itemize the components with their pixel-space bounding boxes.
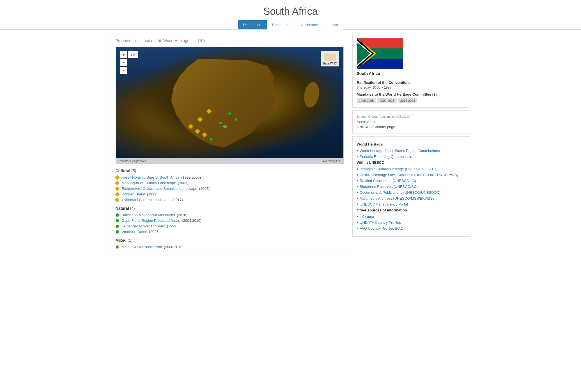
periodic-report-link[interactable]: Periodic Reporting Questionnaire — [360, 155, 414, 159]
item-link[interactable]: iSimangaliso Wetland Park — [122, 224, 165, 228]
bullet-icon: • — [357, 167, 359, 171]
right-panel: South Africa Ratification of the Convent… — [352, 34, 470, 255]
list-item: ‡Khomani Cultural Landscape (2017) — [116, 198, 344, 202]
country-page-label: UNESCO Country page — [357, 125, 395, 129]
cultural-title: Cultural (5) — [116, 169, 344, 173]
natural-category: Natural (4) Barberton Makhonjwa Mountain… — [116, 206, 344, 234]
map-container[interactable]: + 3D − ⤢ Base WHC Earthstar Geographics … — [116, 47, 344, 164]
country-name: South Africa — [357, 71, 380, 76]
tab-assistance[interactable]: Assistance — [296, 20, 324, 29]
link-item: • Ratified Convention (UNESCO/LA) — [357, 179, 466, 183]
map-marker-maloti — [223, 125, 227, 128]
list-item: Cape Floral Region Protected Areas (2004… — [116, 218, 344, 223]
item-year: (1999) — [166, 224, 178, 228]
unesdoc-link[interactable]: Documents & Publications (UNESCO/UNESDOC… — [360, 190, 440, 195]
flag-card: South Africa Ratification of the Convent… — [352, 34, 470, 108]
map-marker-isimangaliso — [235, 118, 238, 121]
tab-description[interactable]: Description — [238, 20, 267, 29]
flag-container: South Africa — [357, 38, 466, 76]
tab-documents[interactable]: Documents — [267, 20, 296, 29]
item-year: (2003) — [177, 181, 188, 185]
link-item: • UNDATA Country Profiles — [357, 220, 466, 225]
bullet-icon: • — [357, 149, 359, 153]
list-item: iSimangaliso Wetland Park (1999) — [116, 224, 344, 228]
item-link[interactable]: Fossil Hominid Sites of South Africa — [122, 175, 180, 179]
ith-link[interactable]: Intangible Cultural Heritage (UNESCO/CLT… — [360, 167, 437, 171]
tabs-bar: Description Documents Assistance Laws — [0, 20, 581, 29]
item-link[interactable]: Mapungubwe Cultural Landscape — [122, 181, 176, 185]
item-year: (2005) — [148, 230, 160, 234]
bullet-icon: • — [357, 202, 359, 207]
natural-title: Natural (4) — [116, 206, 344, 211]
base-whc-label: Base WHC — [323, 62, 337, 65]
natlaws-link[interactable]: Cultural Heritage Laws Database (UNESCO/… — [360, 173, 458, 177]
bullet-icon: • — [357, 185, 359, 189]
multimedia-link[interactable]: Multimedia Archives (UNESCO/MSS/BKI/ISS) — [360, 196, 434, 200]
divider — [357, 78, 466, 78]
map-3d-button[interactable]: 3D — [128, 51, 138, 58]
item-year: (2018) — [176, 213, 187, 217]
main-content: Properties inscribed on the World Herita… — [107, 29, 474, 259]
country-link[interactable]: South Africa — [357, 120, 466, 124]
cultural-dot — [115, 175, 120, 180]
zoom-in-button[interactable]: + — [120, 51, 127, 58]
bullet-icon: • — [357, 173, 359, 177]
mandate-badges: 1999-2005 2009-2013 2019-2023 — [357, 98, 466, 103]
list-item: Vredefort Dome (2005) — [116, 230, 344, 234]
mandate-badge-3: 2019-2023 — [398, 98, 417, 103]
cultural-category: Cultural (5) Fossil Hominid Sites of Sou… — [116, 169, 344, 202]
within-unesco-title: Within UNESCO — [357, 160, 466, 165]
link-item: • Informea — [357, 215, 466, 219]
list-item: Fossil Hominid Sites of South Africa (19… — [116, 175, 344, 179]
map-marker-barberton — [228, 112, 231, 115]
natural-dot — [116, 213, 119, 217]
link-item: • Intangible Cultural Heritage (UNESCO/C… — [357, 167, 466, 171]
bullet-icon: • — [357, 190, 359, 195]
item-link[interactable]: Robben Island — [122, 192, 145, 196]
map-footer: Earthstar Geographics Powered by Esri — [116, 158, 343, 164]
item-year: (1999) — [146, 192, 157, 196]
map-marker-cape-floral — [210, 138, 213, 141]
cultural-dot — [115, 198, 120, 202]
cultural-dot — [115, 186, 120, 191]
other-sources-title: Other sources of information — [357, 208, 466, 212]
undata-link[interactable]: UNDATA Country Profiles — [360, 220, 401, 225]
page-title: South Africa — [0, 0, 581, 20]
biosphere-link[interactable]: Biosphere Reserves (UNESCO/SC) — [360, 185, 418, 189]
link-item: • Periodic Reporting Questionnaire — [357, 155, 466, 159]
item-link[interactable]: Vredefort Dome — [122, 230, 147, 234]
cultural-dot — [115, 192, 120, 197]
bullet-icon: • — [357, 220, 359, 225]
item-link[interactable]: Barberton Makhonjwa Mountains — [122, 213, 175, 217]
item-year: (2004,2015) — [181, 218, 202, 223]
transparency-link[interactable]: UNESCO transparency Portal — [360, 202, 408, 206]
link-item: • Biosphere Reserves (UNESCO/SC) — [357, 185, 466, 189]
bullet-icon: • — [357, 179, 359, 183]
tab-laws[interactable]: Laws — [324, 20, 343, 29]
item-link[interactable]: ‡Khomani Cultural Landscape — [122, 198, 171, 202]
mandate-badge-2: 2009-2013 — [377, 98, 397, 103]
item-year: (2000,2013) — [163, 245, 183, 249]
mandate-badge-1: 1999-2005 — [357, 98, 376, 103]
list-item: Richtersveld Cultural and Botanical Land… — [116, 186, 344, 191]
ratification-section: Ratification of the Convention: Thursday… — [357, 80, 466, 103]
item-link[interactable]: Cape Floral Region Protected Areas — [122, 218, 180, 223]
links-card: World Heritage • World heritage Fund, St… — [352, 136, 470, 237]
wh-fund-link[interactable]: World heritage Fund, States Parties Cont… — [360, 149, 440, 153]
item-link[interactable]: Maloti-Drakensberg Park — [122, 245, 162, 249]
item-link[interactable]: Richtersveld Cultural and Botanical Land… — [122, 186, 198, 191]
fao-link[interactable]: FAO Country Profiles (FAO) — [360, 226, 405, 230]
base-whc-thumbnail — [324, 53, 336, 61]
base-whc-button[interactable]: Base WHC — [321, 51, 339, 66]
informea-link[interactable]: Informea — [360, 215, 374, 219]
list-item: Mapungubwe Cultural Landscape (2003) — [116, 181, 344, 185]
natural-dot — [116, 219, 119, 222]
map-expand-button[interactable]: ⤢ — [120, 67, 127, 74]
la-link[interactable]: Ratified Convention (UNESCO/LA) — [360, 179, 416, 183]
zoom-out-button[interactable]: − — [120, 59, 127, 66]
cultural-dot — [115, 181, 120, 186]
map-source-left: Earthstar Geographics — [118, 160, 146, 163]
list-item: Maloti-Drakensberg Park (2000,2013) — [116, 245, 344, 249]
link-item: • World heritage Fund, States Parties Co… — [357, 149, 466, 153]
world-heritage-title: World Heritage — [357, 142, 466, 146]
